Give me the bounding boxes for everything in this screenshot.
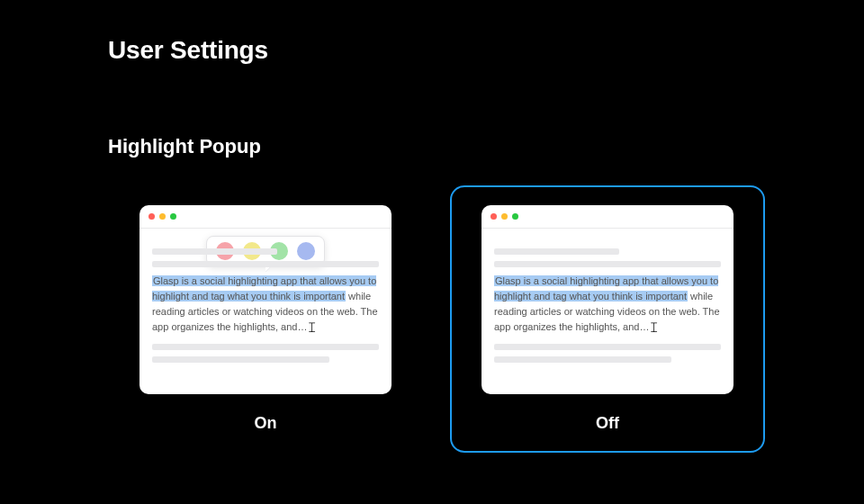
page-title: User Settings: [108, 36, 864, 65]
text-cursor-icon: 𝙸: [649, 322, 659, 332]
highlighted-text: Glasp is a social highlighting app that …: [494, 275, 718, 302]
traffic-minimize-icon: [501, 213, 508, 220]
placeholder-line: [494, 344, 721, 350]
traffic-close-icon: [490, 213, 497, 220]
placeholder-line: [152, 261, 379, 267]
traffic-minimize-icon: [159, 213, 166, 220]
placeholder-line: [494, 356, 671, 363]
browser-titlebar: [140, 205, 392, 229]
placeholder-line: [494, 248, 619, 255]
section-title-highlight-popup: Highlight Popup: [108, 135, 864, 158]
placeholder-line: [152, 248, 277, 255]
option-on[interactable]: Glasp is a social highlighting app that …: [108, 185, 423, 453]
traffic-zoom-icon: [170, 213, 176, 220]
preview-body: Glasp is a social highlighting app that …: [482, 229, 734, 380]
highlighted-text: Glasp is a social highlighting app that …: [152, 275, 376, 302]
sample-paragraph: Glasp is a social highlighting app that …: [494, 274, 721, 335]
option-off[interactable]: Glasp is a social highlighting app that …: [450, 185, 765, 453]
preview-off: Glasp is a social highlighting app that …: [482, 205, 734, 394]
placeholder-line: [152, 356, 329, 363]
traffic-close-icon: [148, 213, 155, 220]
preview-body: Glasp is a social highlighting app that …: [140, 229, 392, 380]
text-cursor-icon: 𝙸: [307, 322, 317, 332]
browser-titlebar: [482, 205, 734, 229]
placeholder-line: [494, 261, 721, 267]
option-label-off: Off: [596, 414, 619, 433]
option-label-on: On: [255, 414, 277, 433]
traffic-zoom-icon: [512, 213, 518, 220]
preview-on: Glasp is a social highlighting app that …: [140, 205, 392, 394]
placeholder-line: [152, 344, 379, 350]
highlight-popup-options: Glasp is a social highlighting app that …: [108, 185, 864, 453]
sample-paragraph: Glasp is a social highlighting app that …: [152, 274, 379, 335]
